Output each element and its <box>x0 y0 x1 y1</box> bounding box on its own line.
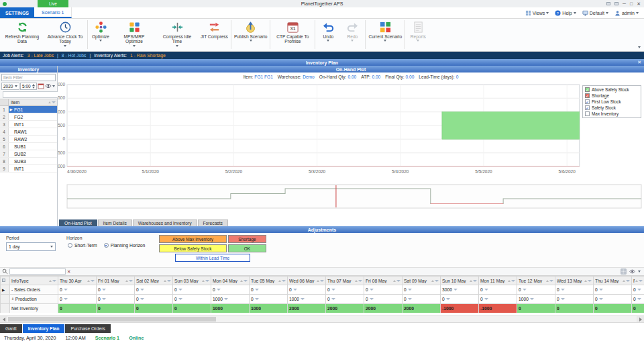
ribbon-optimize-button[interactable]: Optimize <box>89 20 113 42</box>
tab-scenario-1[interactable]: Scenario 1 <box>34 7 72 18</box>
filter-icon[interactable] <box>588 280 592 282</box>
filter-icon[interactable] <box>396 280 400 282</box>
cell-production-9[interactable]: 0 <box>402 295 441 304</box>
cell-sales-orders-15[interactable]: 0 <box>632 285 644 295</box>
column-header-sun-03-may[interactable]: Sun 03 May <box>173 277 211 285</box>
ribbon-advance-clock-to-today-button[interactable]: Advance Clock To Today <box>44 20 87 47</box>
column-header-thu-14-may[interactable]: Thu 14 May <box>594 277 632 285</box>
ribbon-compress-idle-time-button[interactable]: Compress Idle Time <box>156 20 199 47</box>
cell-sales-orders-5[interactable]: 0 <box>250 285 288 295</box>
legend-item-first-low-stock[interactable]: ✓First Low Stock <box>585 99 639 104</box>
grid-corner-cell[interactable] <box>1 277 10 285</box>
column-header-thu-07-may[interactable]: Thu 07 May <box>326 277 364 285</box>
cell-production-14[interactable]: 0 <box>594 295 632 304</box>
menu-views[interactable]: Views <box>525 10 549 16</box>
cell-sales-orders-12[interactable]: 0 <box>517 285 555 295</box>
legend-checkbox[interactable]: ✓ <box>585 99 590 104</box>
sort-icon[interactable] <box>87 280 90 282</box>
cell-sales-orders-1[interactable]: 0 <box>97 285 135 295</box>
ribbon-redo-button[interactable]: Redo <box>340 20 364 42</box>
cell-sales-orders-9[interactable]: 0 <box>402 285 441 295</box>
item-row-int1-9[interactable]: 9INT1 <box>0 165 57 173</box>
tab-warehouses-and-inventory[interactable]: Warehouses and Inventory <box>133 219 197 226</box>
filter-icon[interactable] <box>167 280 171 282</box>
cell-sales-orders-6[interactable]: 0 <box>288 285 326 295</box>
item-filter-input[interactable] <box>1 74 56 81</box>
sort-icon[interactable] <box>431 280 434 282</box>
column-header-tue-12-may[interactable]: Tue 12 May <box>517 277 555 285</box>
sort-icon[interactable] <box>635 280 638 282</box>
column-header-infotype[interactable]: InfoType <box>10 277 58 285</box>
item-row-raw2-5[interactable]: 5RAW2 <box>0 136 57 143</box>
sort-icon[interactable] <box>164 280 166 282</box>
sort-icon[interactable] <box>470 280 472 282</box>
layout-icon[interactable] <box>606 2 610 5</box>
cell-production-2[interactable]: 0 <box>135 295 173 304</box>
legend-item-above-safety-stock[interactable]: ✓Above Safety Stock <box>585 87 639 92</box>
bottom-tab-inventory-plan[interactable]: Inventory Plan <box>23 324 65 333</box>
column-header-sun-10-may[interactable]: Sun 10 May <box>441 277 479 285</box>
cell-sales-orders-11[interactable]: 0 <box>479 285 517 295</box>
raw-shortage-alert[interactable]: 1 - Raw Shortage <box>130 53 166 58</box>
layout-grid-icon[interactable] <box>621 268 627 275</box>
scroll-left-button[interactable] <box>0 316 7 322</box>
overview-strip-svg[interactable] <box>58 184 644 209</box>
sort-icon[interactable] <box>48 101 51 103</box>
column-header-wed-06-may[interactable]: Wed 06 May <box>288 277 326 285</box>
cell-sales-orders-8[interactable]: 0 <box>364 285 402 295</box>
cell-production-10[interactable]: 0 <box>441 295 479 304</box>
column-header-fri-01-may[interactable]: Fri 01 May <box>97 277 135 285</box>
cell-production-4[interactable]: 1000 <box>211 295 250 304</box>
ribbon-undo-button[interactable]: Undo <box>316 20 340 42</box>
cell-sales-orders-13[interactable]: 0 <box>555 285 594 295</box>
sort-icon[interactable] <box>393 280 396 282</box>
column-header-mon-04-may[interactable]: Mon 04 May <box>211 277 250 285</box>
time-spinner[interactable]: 5:00 <box>20 83 37 90</box>
menu-default[interactable]: Default <box>582 10 608 16</box>
item-row-raw1-4[interactable]: 4RAW1 <box>0 128 57 136</box>
cell-production-6[interactable]: 1000 <box>288 295 326 304</box>
ribbon-collapse-icon[interactable] <box>638 46 641 48</box>
item-row-int1-3[interactable]: 3INT1 <box>0 121 57 128</box>
legend-checkbox[interactable]: ✓ <box>585 87 590 92</box>
item-row-fg1-1[interactable]: 1▶FG1 <box>0 106 57 113</box>
period-select[interactable]: 1 day <box>6 242 56 251</box>
eye-icon[interactable] <box>45 83 52 89</box>
column-header-sat-09-may[interactable]: Sat 09 May <box>402 277 441 285</box>
sort-icon[interactable] <box>623 280 625 282</box>
sort-icon[interactable] <box>546 280 549 282</box>
close-button[interactable]: ✕ <box>637 0 641 7</box>
filter-icon[interactable] <box>282 280 286 282</box>
grid-search-input[interactable] <box>9 268 66 275</box>
filter-icon[interactable] <box>129 280 133 282</box>
filter-icon[interactable] <box>639 280 643 282</box>
legend-checkbox[interactable]: ✓ <box>585 105 590 110</box>
filter-icon[interactable] <box>358 280 362 282</box>
radio-short-term[interactable]: Short-Term <box>68 243 97 248</box>
legend-item-safety-stock[interactable]: ✓Safety Stock <box>585 105 639 110</box>
sort-icon[interactable] <box>584 280 587 282</box>
item-row-sub2-7[interactable]: 7SUB2 <box>0 150 57 158</box>
cell-production-13[interactable]: 0 <box>555 295 594 304</box>
cell-production-11[interactable]: 0 <box>479 295 517 304</box>
legend-item-max-inventory[interactable]: Max Inventory <box>585 111 639 116</box>
legend-checkbox[interactable] <box>585 111 590 116</box>
filter-icon[interactable] <box>244 280 248 282</box>
column-header-wed-13-may[interactable]: Wed 13 May <box>555 277 594 285</box>
column-header-fri-15-may[interactable]: Fri 15 May <box>632 277 644 285</box>
filter-icon[interactable] <box>52 280 56 282</box>
clear-search-icon[interactable]: ✕ <box>67 268 70 275</box>
scroll-right-button[interactable] <box>637 316 644 322</box>
grid-corner-icon[interactable] <box>0 99 9 105</box>
ribbon-refresh-planning-data-button[interactable]: Refresh Planning Data <box>1 20 44 44</box>
filter-icon[interactable] <box>473 280 477 282</box>
year-select[interactable]: 2020 <box>1 83 19 90</box>
filter-icon[interactable] <box>320 280 324 282</box>
maximize-button[interactable]: □ <box>630 0 633 7</box>
menu-help[interactable]: ?Help <box>555 10 576 16</box>
minimize-button[interactable]: ─ <box>623 0 626 7</box>
tab-on-hand-plot[interactable]: On-Hand Plot <box>59 219 97 226</box>
radio-planning-horizon[interactable]: Planning Horizon <box>104 243 146 248</box>
column-header-thu-30-apr[interactable]: Thu 30 Apr <box>58 277 97 285</box>
menu-admin[interactable]: admin <box>614 10 639 16</box>
